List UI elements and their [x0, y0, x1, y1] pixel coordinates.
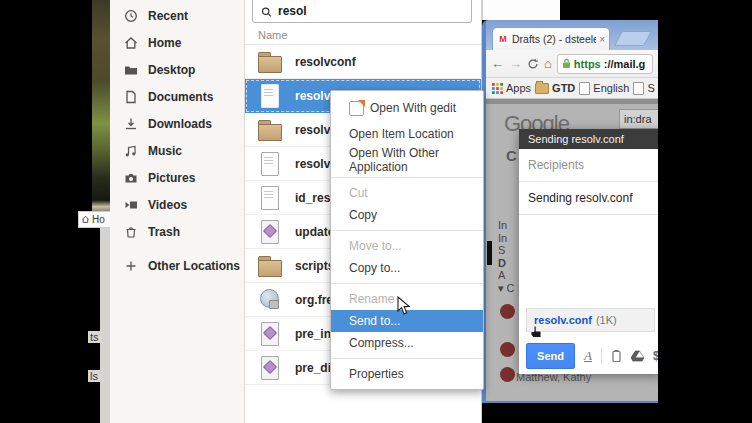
bookmark-english[interactable]: English: [579, 82, 629, 95]
menu-separator: [331, 358, 483, 359]
sidebar-item-pictures[interactable]: Pictures: [110, 164, 244, 191]
compose-toolbar: Send A $: [519, 338, 658, 374]
desktop-folder-icon: [124, 63, 138, 77]
gmail-top-strip: [486, 99, 658, 104]
nav-fragment-drafts[interactable]: D: [498, 257, 515, 270]
sidebar-item-recent[interactable]: Recent: [110, 2, 244, 29]
clock-icon: [124, 9, 138, 23]
text-file-icon: [257, 152, 283, 176]
subject-field[interactable]: Sending resolv.conf: [519, 182, 658, 215]
menu-item-copy[interactable]: Copy: [331, 204, 483, 226]
plus-icon: [124, 259, 138, 273]
search-input[interactable]: [278, 4, 465, 18]
trash-icon: [124, 225, 138, 239]
scroll-indicator: [487, 241, 492, 265]
screenshot-stage: Ho ts ls Recent Home Desktop Documents: [0, 0, 752, 423]
menu-item-label: Copy to...: [349, 261, 400, 275]
nav-fragment[interactable]: In: [498, 232, 515, 245]
avatar: [500, 304, 515, 319]
text-file-icon: [257, 186, 283, 210]
browser-tab-drafts[interactable]: M Drafts (2) - dsteele@ ×: [492, 27, 610, 50]
compose-title-bar[interactable]: Sending resolv.conf: [519, 129, 658, 149]
url-scheme: https: [574, 58, 601, 70]
sidebar-item-downloads[interactable]: Downloads: [110, 110, 244, 137]
bookmark-label: GTD: [552, 82, 575, 94]
sidebar-item-label: Other Locations: [148, 259, 240, 273]
menu-item-label: Cut: [349, 186, 368, 200]
forward-icon[interactable]: →: [509, 57, 522, 70]
sidebar-item-other-locations[interactable]: Other Locations: [110, 252, 244, 279]
nav-fragment[interactable]: A: [498, 269, 515, 282]
menu-item-label: Rename: [349, 292, 394, 306]
sidebar-item-desktop[interactable]: Desktop: [110, 56, 244, 83]
message-body[interactable]: [519, 215, 658, 308]
compose-button-fragment[interactable]: C: [506, 147, 517, 164]
attachment-link[interactable]: resolv.conf: [534, 314, 592, 326]
gmail-nav-fragments: In In S D A ▾ C: [498, 219, 515, 294]
bookmark-s[interactable]: S: [633, 82, 654, 95]
file-row[interactable]: resolvconf: [245, 45, 481, 79]
back-icon[interactable]: ←: [491, 57, 504, 70]
avatar: [500, 367, 515, 382]
menu-separator: [331, 230, 483, 231]
script-file-icon: [257, 356, 283, 380]
sidebar-item-videos[interactable]: Videos: [110, 191, 244, 218]
address-bar[interactable]: https://mail.g: [557, 54, 653, 74]
menu-separator: [331, 283, 483, 284]
background-window-home-button[interactable]: Ho: [78, 211, 111, 228]
attach-file-icon[interactable]: [611, 349, 622, 363]
bookmark-label: Apps: [506, 82, 531, 94]
menu-item-send-to[interactable]: Send to...: [331, 310, 483, 332]
new-tab-button[interactable]: [614, 31, 652, 46]
attachment-size: (1K): [596, 314, 617, 326]
column-header-name[interactable]: Name: [245, 26, 481, 45]
nav-fragment[interactable]: ▾ C: [498, 282, 515, 295]
menu-item-copy-to[interactable]: Copy to...: [331, 257, 483, 279]
search-field[interactable]: [252, 0, 472, 23]
background-label-fragment: ls: [88, 370, 100, 382]
sidebar-item-documents[interactable]: Documents: [110, 83, 244, 110]
desktop-wallpaper-strip: [92, 0, 110, 213]
formatting-options-icon[interactable]: A: [584, 348, 592, 364]
menu-item-open-with-gedit[interactable]: Open With gedit: [331, 95, 483, 121]
sidebar-item-music[interactable]: Music: [110, 137, 244, 164]
money-icon[interactable]: $: [653, 349, 658, 363]
reload-icon[interactable]: [527, 58, 539, 70]
send-button[interactable]: Send: [526, 343, 575, 369]
gmail-page: Google in:dra C In In S D A ▾ C Matthew,…: [486, 99, 658, 403]
attachment-chip[interactable]: resolv.conf (1K): [526, 308, 655, 332]
nav-fragment[interactable]: S: [498, 244, 515, 257]
menu-item-open-with-other-application[interactable]: Open With Other Application: [331, 147, 483, 173]
gmail-favicon: M: [497, 34, 509, 44]
tab-title: Drafts (2) - dsteele@: [512, 33, 596, 45]
background-label-fragment: ts: [88, 331, 101, 343]
menu-item-label: Move to...: [349, 239, 402, 253]
drive-icon[interactable]: [631, 350, 644, 362]
menu-item-open-item-location[interactable]: Open Item Location: [331, 121, 483, 147]
menu-item-label: Open With Other Application: [349, 146, 483, 174]
avatar: [500, 342, 515, 357]
url-text: ://mail.g: [604, 58, 646, 70]
bookmark-apps[interactable]: Apps: [492, 82, 531, 94]
home-icon[interactable]: ⌂: [544, 57, 552, 70]
page-icon: [633, 82, 644, 95]
recipients-field[interactable]: Recipients: [519, 149, 658, 182]
page-icon: [579, 82, 590, 95]
sidebar-item-label: Home: [148, 36, 181, 50]
web-file-lock-icon: [257, 288, 283, 312]
nav-fragment[interactable]: In: [498, 219, 515, 232]
search-icon: [261, 6, 272, 18]
menu-item-compress[interactable]: Compress...: [331, 332, 483, 354]
apps-grid-icon: [492, 83, 503, 94]
bookmark-gtd-folder[interactable]: GTD: [535, 82, 575, 94]
bookmarks-bar: Apps GTD English S: [486, 78, 658, 99]
download-icon: [124, 117, 138, 131]
sidebar-item-home[interactable]: Home: [110, 29, 244, 56]
gmail-search-box[interactable]: in:dra: [619, 109, 658, 129]
sidebar-item-label: Recent: [148, 9, 188, 23]
document-icon: [124, 90, 138, 104]
file-name: resolvconf: [295, 55, 356, 69]
sidebar-item-trash[interactable]: Trash: [110, 218, 244, 245]
menu-item-properties[interactable]: Properties: [331, 363, 483, 385]
tab-close-icon[interactable]: ×: [599, 34, 605, 45]
